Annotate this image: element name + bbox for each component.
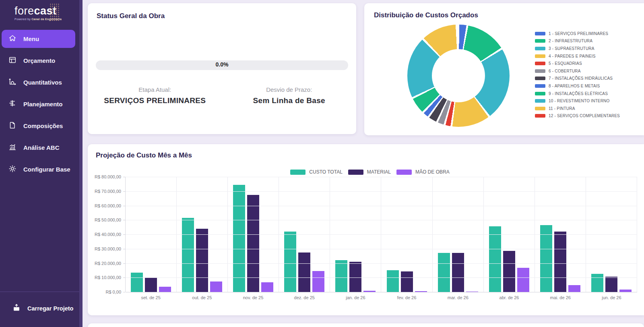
y-tick-label: R$ 80.000,00	[95, 174, 121, 179]
bar-legend-item: CUSTO TOTAL	[290, 169, 342, 175]
donut-legend-item: 3 - SUPRAESTRUTURA	[535, 45, 620, 52]
bar-material	[452, 253, 464, 292]
load-project-button[interactable]: Carregar Projeto	[0, 292, 79, 327]
sidebar-item-analise-abc[interactable]: Análise ABC	[2, 139, 75, 157]
bar-chart-legend: CUSTO TOTALMATERIALMÃO DE OBRA	[96, 169, 644, 175]
bar-custo-total	[540, 225, 552, 292]
home-icon	[8, 34, 17, 44]
bar-material	[503, 251, 515, 292]
legend-label: 4 - PAREDES E PAINEIS	[549, 54, 596, 58]
logo-tagline: Powered by Canal da Engenharia	[14, 18, 79, 21]
gridline	[126, 234, 637, 235]
legend-swatch	[290, 170, 305, 175]
x-tick-label: jun. de 26	[586, 295, 637, 300]
donut-legend-item: 6 - COBERTURA	[535, 67, 620, 75]
sidebar-item-quantitativos[interactable]: Quantitativos	[2, 73, 75, 91]
bar-material	[196, 229, 208, 292]
donut-legend: 1 - SERVIÇOS PRELIMINARES2 - INFRAESTRUT…	[535, 30, 620, 120]
sidebar-item-orcamento[interactable]: Orçamento	[2, 52, 75, 70]
donut-legend-item: 1 - SERVIÇOS PRELIMINARES	[535, 30, 620, 37]
legend-label: 1 - SERVIÇOS PRELIMINARES	[549, 31, 608, 36]
gridline	[126, 220, 637, 220]
y-axis-labels: R$ 80.000,00R$ 70.000,00R$ 60.000,00R$ 5…	[83, 177, 121, 292]
donut-legend-item: 5 - ESQUADRIAS	[535, 60, 620, 67]
cost-distribution-card: Distribuição de Custos Orçados 1 - SERVI…	[364, 3, 644, 135]
bar-material	[554, 232, 566, 292]
bar-mão-de-obra	[210, 281, 222, 292]
legend-label: MÃO DE OBRA	[415, 169, 450, 175]
gridline	[126, 177, 637, 177]
bar-legend-item: MÃO DE OBRA	[396, 169, 450, 175]
bar-custo-total	[591, 274, 603, 292]
sidebar-item-composicoes[interactable]: Composições	[2, 117, 75, 135]
legend-swatch	[535, 39, 545, 43]
bar-material	[401, 271, 413, 292]
sidebar-item-label: Análise ABC	[23, 144, 59, 151]
y-tick-label: R$ 30.000,00	[95, 246, 121, 251]
status-card: Status Geral da Obra 0.0% Etapa Atual: S…	[88, 3, 356, 134]
legend-label: 8 - APARELHOS E METAIS	[549, 84, 600, 88]
cost-projection-card: Projeção de Custo Mês a Mês CUSTO TOTALM…	[88, 144, 644, 315]
legend-swatch	[535, 77, 545, 80]
logo-text: forecast	[14, 5, 79, 17]
sidebar-item-planejamento[interactable]: Planejamento	[2, 95, 75, 113]
bar-custo-total	[438, 253, 450, 292]
x-tick-label: dez. de 25	[279, 295, 330, 300]
legend-label: 6 - COBERTURA	[549, 69, 581, 73]
sidebar-item-configurar-base[interactable]: Configurar Base	[2, 160, 75, 178]
bar-mão-de-obra	[568, 285, 580, 292]
legend-label: 10 - REVESTIMENTO INTERNO	[549, 99, 610, 103]
y-tick-mark	[123, 263, 125, 264]
legend-label: 12 - SERVIÇOS COMPLEMENTARES	[549, 114, 620, 118]
donut-legend-item: 12 - SERVIÇOS COMPLEMENTARES	[535, 112, 620, 120]
legend-swatch	[535, 69, 545, 73]
gantt-icon	[8, 99, 17, 109]
sidebar: forecast Powered by Canal da Engenharia …	[0, 0, 83, 327]
cost-distribution-title: Distribuição de Custos Orçados	[374, 11, 634, 19]
sidebar-item-label: Composições	[23, 122, 63, 129]
legend-swatch	[535, 99, 545, 103]
sidebar-item-label: Menu	[23, 35, 39, 42]
legend-swatch	[535, 62, 545, 65]
sidebar-nav: Menu Orçamento Quantitativos Planejament…	[0, 30, 79, 178]
donut-legend-item: 9 - INSTALAÇÕES ELÉTRICAS	[535, 90, 620, 97]
y-tick-label: R$ 0,00	[105, 290, 121, 294]
deadline-deviation-label: Desvio de Prazo:	[222, 86, 357, 93]
gear-icon	[8, 164, 17, 174]
donut-legend-item: 8 - APARELHOS E METAIS	[535, 82, 620, 90]
x-tick-label: mar. de 26	[432, 295, 483, 300]
gridline	[126, 249, 637, 249]
bar-mão-de-obra	[517, 268, 529, 292]
legend-swatch	[535, 114, 545, 118]
deadline-deviation-field: Desvio de Prazo: Sem Linha de Base	[222, 86, 357, 105]
bar-chart-icon	[8, 143, 17, 153]
document-icon	[8, 121, 17, 131]
y-tick-mark	[123, 220, 125, 220]
bar-material	[298, 252, 310, 292]
deadline-deviation-value: Sem Linha de Base	[222, 96, 357, 105]
y-tick-label: R$ 10.000,00	[95, 275, 121, 280]
y-tick-mark	[123, 249, 125, 249]
sidebar-footer: Carregar Projeto	[0, 292, 79, 327]
y-tick-label: R$ 50.000,00	[95, 217, 121, 222]
legend-label: 3 - SUPRAESTRUTURA	[549, 46, 594, 51]
bar-mão-de-obra	[159, 287, 171, 292]
donut-hole	[432, 49, 485, 102]
legend-swatch	[348, 170, 363, 175]
logo-speckle-decoration	[50, 3, 60, 22]
bar-mão-de-obra	[261, 282, 273, 292]
measure-icon	[8, 77, 17, 87]
x-tick-label: mai. de 26	[535, 295, 586, 300]
donut-chart	[407, 25, 510, 127]
bar-chart: R$ 80.000,00R$ 70.000,00R$ 60.000,00R$ 5…	[125, 177, 644, 300]
bar-custo-total	[233, 185, 245, 292]
legend-swatch	[535, 32, 545, 35]
main-content: Status Geral da Obra 0.0% Etapa Atual: S…	[86, 0, 644, 327]
x-axis-labels: set. de 25out. de 25nov. de 25dez. de 25…	[125, 295, 637, 300]
y-tick-mark	[123, 277, 125, 278]
x-tick-label: abr. de 26	[483, 295, 535, 300]
legend-label: 9 - INSTALAÇÕES ELÉTRICAS	[549, 91, 608, 96]
bar-custo-total	[131, 273, 143, 292]
bar-mão-de-obra	[312, 271, 324, 292]
sidebar-item-menu[interactable]: Menu	[2, 30, 75, 48]
